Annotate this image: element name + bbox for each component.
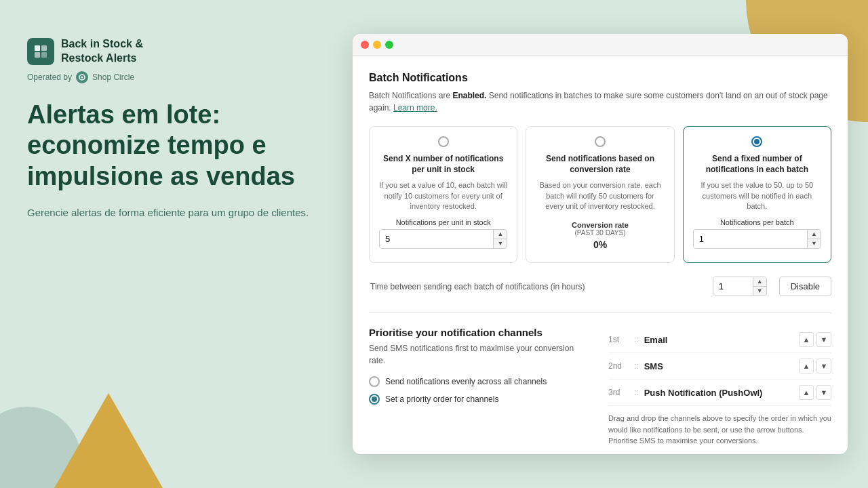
browser-titlebar bbox=[353, 34, 848, 56]
conversion-rate-value: 0% bbox=[536, 239, 664, 250]
learn-more-link[interactable]: Learn more. bbox=[393, 103, 437, 113]
radio-conversion[interactable] bbox=[595, 136, 606, 147]
sub-heading: Gerencie alertas de forma eficiente para… bbox=[27, 205, 312, 221]
radio-evenly-label: Send notifications evenly across all cha… bbox=[385, 377, 547, 386]
batch-notifications-desc: Batch Notifications are Enabled. Send no… bbox=[369, 89, 831, 114]
browser-content: Batch Notifications Batch Notifications … bbox=[353, 56, 848, 454]
traffic-light-red[interactable] bbox=[361, 41, 369, 49]
option-card-per-unit-desc: If you set a value of 10, each batch wil… bbox=[379, 180, 507, 211]
time-and-disable-row: Time between sending each batch of notif… bbox=[369, 277, 831, 296]
sms-move-up[interactable]: ▲ bbox=[799, 359, 814, 373]
channel-arrows-push: ▲ ▼ bbox=[799, 385, 831, 400]
conversion-display: Conversion rate (PAST 30 DAYS) 0% bbox=[536, 218, 664, 253]
per-unit-increment[interactable]: ▲ bbox=[494, 230, 507, 239]
left-panel: Back in Stock & Restock Alerts Operated … bbox=[27, 37, 312, 221]
radio-fixed[interactable] bbox=[751, 136, 762, 147]
per-unit-input[interactable] bbox=[380, 230, 493, 248]
batch-notifications-title: Batch Notifications bbox=[369, 72, 831, 84]
option-card-fixed-desc: If you set the value to 50, up to 50 cus… bbox=[693, 180, 821, 211]
prioritise-left: Prioritise your notification channels Se… bbox=[369, 327, 592, 447]
channel-sep-1: :: bbox=[634, 335, 639, 344]
channel-position-1: 1st bbox=[608, 335, 629, 344]
brand-icon bbox=[27, 38, 54, 65]
channel-name-email: Email bbox=[644, 335, 793, 345]
radio-evenly-circle[interactable] bbox=[369, 376, 380, 387]
prioritise-channels-section: Prioritise your notification channels Se… bbox=[369, 327, 831, 447]
option-card-fixed-label: Notifications per batch bbox=[693, 218, 821, 226]
fixed-input[interactable] bbox=[694, 230, 807, 248]
time-between-input[interactable] bbox=[713, 277, 753, 296]
time-between-spinner-btns: ▲ ▼ bbox=[753, 277, 766, 296]
drag-hint: Drag and drop the channels above to spec… bbox=[608, 413, 831, 447]
push-move-up[interactable]: ▲ bbox=[799, 385, 814, 400]
option-card-per-unit-title: Send X number of notifications per unit … bbox=[379, 154, 507, 175]
bg-shape-bottom-left-triangle bbox=[54, 393, 163, 488]
per-unit-decrement[interactable]: ▼ bbox=[494, 239, 507, 248]
option-card-fixed-title: Send a fixed number of notifications in … bbox=[693, 154, 821, 175]
fixed-input-group: ▲ ▼ bbox=[693, 229, 821, 249]
disable-button[interactable]: Disable bbox=[779, 277, 831, 296]
channel-arrows-sms: ▲ ▼ bbox=[799, 359, 831, 373]
operated-by: Operated by Shop Circle bbox=[27, 71, 312, 83]
svg-rect-1 bbox=[41, 45, 47, 51]
main-heading: Alertas em lote: economize tempo e impul… bbox=[27, 100, 312, 192]
channel-row-sms: 2nd :: SMS ▲ ▼ bbox=[608, 353, 831, 380]
traffic-light-green[interactable] bbox=[385, 41, 393, 49]
time-between-label: Time between sending each batch of notif… bbox=[370, 282, 705, 291]
traffic-light-yellow[interactable] bbox=[373, 41, 381, 49]
channel-position-2: 2nd bbox=[608, 361, 629, 371]
conversion-rate-label: Conversion rate bbox=[536, 221, 664, 229]
section-divider bbox=[369, 312, 831, 313]
channel-row-email: 1st :: Email ▲ ▼ bbox=[608, 327, 831, 353]
radio-option-evenly[interactable]: Send notifications evenly across all cha… bbox=[369, 376, 592, 387]
option-card-conversion-desc: Based on your conversion rate, each batc… bbox=[536, 180, 664, 211]
time-between-input-group: ▲ ▼ bbox=[713, 277, 767, 296]
shop-circle-icon bbox=[76, 71, 88, 83]
batch-notifications-section: Batch Notifications Batch Notifications … bbox=[369, 72, 831, 296]
sms-move-down[interactable]: ▼ bbox=[816, 359, 831, 373]
channel-row-push: 3rd :: Push Notification (PushOwl) ▲ ▼ bbox=[608, 380, 831, 406]
channel-arrows-email: ▲ ▼ bbox=[799, 332, 831, 347]
radio-option-priority[interactable]: Set a priority order for channels bbox=[369, 394, 592, 405]
prioritise-desc: Send SMS notifications first to maximise… bbox=[369, 342, 592, 367]
radio-per-unit[interactable] bbox=[438, 136, 449, 147]
option-card-conversion-title: Send notifications based on conversion r… bbox=[536, 154, 664, 175]
svg-rect-2 bbox=[35, 52, 40, 58]
brand-title: Back in Stock & Restock Alerts bbox=[61, 37, 143, 66]
option-cards: Send X number of notifications per unit … bbox=[369, 126, 831, 263]
push-move-down[interactable]: ▼ bbox=[816, 385, 831, 400]
option-card-conversion[interactable]: Send notifications based on conversion r… bbox=[526, 126, 674, 263]
fixed-decrement[interactable]: ▼ bbox=[808, 239, 821, 248]
prioritise-title: Prioritise your notification channels bbox=[369, 327, 592, 338]
brand-header: Back in Stock & Restock Alerts bbox=[27, 37, 312, 66]
channel-name-sms: SMS bbox=[644, 361, 793, 371]
fixed-increment[interactable]: ▲ bbox=[808, 230, 821, 239]
svg-rect-0 bbox=[35, 45, 40, 51]
email-move-up[interactable]: ▲ bbox=[799, 332, 814, 347]
email-move-down[interactable]: ▼ bbox=[816, 332, 831, 347]
option-card-per-unit[interactable]: Send X number of notifications per unit … bbox=[369, 126, 517, 263]
prioritise-right: 1st :: Email ▲ ▼ 2nd :: SMS ▲ ▼ bbox=[608, 327, 831, 447]
per-unit-spinner-btns: ▲ ▼ bbox=[493, 230, 507, 248]
time-between-decrement[interactable]: ▼ bbox=[753, 287, 766, 296]
radio-priority-circle[interactable] bbox=[369, 394, 380, 405]
channel-position-3: 3rd bbox=[608, 388, 629, 397]
fixed-spinner-btns: ▲ ▼ bbox=[807, 230, 821, 248]
time-between-increment[interactable]: ▲ bbox=[753, 277, 766, 287]
channel-name-push: Push Notification (PushOwl) bbox=[644, 388, 793, 398]
option-card-per-unit-label: Notifications per unit in stock bbox=[379, 218, 507, 226]
svg-rect-3 bbox=[41, 52, 47, 58]
option-card-fixed[interactable]: Send a fixed number of notifications in … bbox=[683, 126, 831, 263]
svg-point-5 bbox=[81, 76, 83, 78]
radio-priority-label: Set a priority order for channels bbox=[385, 394, 498, 404]
per-unit-input-group: ▲ ▼ bbox=[379, 229, 507, 249]
browser-window: Batch Notifications Batch Notifications … bbox=[353, 34, 848, 454]
time-between-row: Time between sending each batch of notif… bbox=[369, 277, 768, 296]
channel-sep-2: :: bbox=[634, 361, 639, 371]
conversion-rate-sub: (PAST 30 DAYS) bbox=[536, 229, 664, 237]
channel-sep-3: :: bbox=[634, 388, 639, 397]
